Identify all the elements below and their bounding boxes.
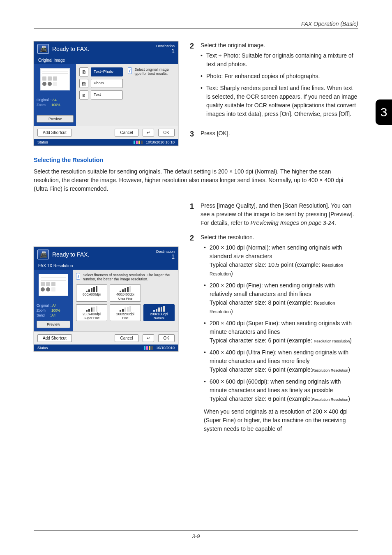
panel1-main: 🖹 Text+Photo 🖼 Photo 🗎 Text: [76, 64, 178, 126]
panel2-button-bar: Add Shortcut Cancel ↵ OK: [34, 331, 178, 345]
res-200x100-selected[interactable]: 200x100dpi Normal: [143, 304, 175, 321]
list-item: 600 × 600 dpi (600dpi): when sending ori…: [204, 377, 358, 403]
ok-button[interactable]: OK: [158, 334, 175, 342]
list-item: 400 × 400 dpi (Ultra Fine): when sending…: [204, 348, 358, 374]
panel2-meta: Original : A4 Zoom : 100% Send : A4: [37, 303, 70, 318]
preview-button[interactable]: Preview: [37, 115, 74, 123]
textphoto-icon: 🖹: [79, 67, 88, 76]
step-3: 3 Press [OK].: [190, 129, 358, 139]
header-rule: [34, 28, 358, 29]
destination-value: 1: [156, 254, 175, 259]
res-200x400[interactable]: 200x400dpi Super Fine: [76, 304, 107, 321]
step-2-resolution: 2 Select the resolution. 200 × 100 dpi (…: [190, 233, 358, 433]
panel1-title: Ready to FAX.: [52, 46, 89, 52]
status-label[interactable]: Status: [37, 346, 48, 350]
panel2-status-bar: Status 10/10/2010: [34, 345, 178, 351]
list-item: 200 × 200 dpi (Fine): when sending origi…: [204, 281, 358, 316]
step2-res-text: Select the resolution.: [201, 233, 358, 242]
panel1-tab: Original Image: [34, 56, 178, 64]
text-icon: 🗎: [79, 90, 88, 99]
list-item: Text: Sharply renders pencil text and fi…: [201, 84, 358, 118]
panel1-meta: Original : A4 Zoom : 100%: [37, 98, 74, 113]
add-shortcut-button[interactable]: Add Shortcut: [37, 129, 72, 136]
panel1-button-bar: Add Shortcut Cancel ↵ OK: [34, 126, 178, 139]
panel-original-image: 📠 Ready to FAX. Destination 1 Original I…: [34, 41, 178, 146]
res-600x600[interactable]: 600x600dpi: [76, 284, 107, 302]
enter-icon[interactable]: ↵: [143, 129, 154, 136]
status-datetime: 10/10/2010 10:10: [146, 140, 175, 144]
info-icon: i: [128, 67, 132, 74]
option-text[interactable]: Text: [91, 90, 123, 99]
panel2-hint: i Select fineness of scanning resolution…: [76, 273, 175, 281]
panel1-titlebar: 📠 Ready to FAX. Destination 1: [34, 42, 178, 56]
option-photo[interactable]: Photo: [91, 79, 123, 88]
step-1-resolution: 1 Press [Image Quality], and then [Scan …: [190, 201, 358, 227]
panel1-hint: i Select original image type for best re…: [128, 67, 175, 102]
resolution-grid: 600x600dpi 400x400dpi Ultra Fine: [76, 284, 175, 321]
empty-cell: [143, 284, 175, 302]
cancel-button[interactable]: Cancel: [115, 129, 138, 136]
preview-thumb: [39, 274, 68, 296]
panel2-preview-column: Original : A4 Zoom : 100% Send : A4 Prev…: [34, 270, 73, 331]
fax-icon: 📠: [37, 44, 49, 54]
list-item: 200 × 400 dpi (Super Fine): when sending…: [204, 319, 358, 345]
panel2-title: Ready to FAX.: [52, 251, 89, 258]
status-datetime: 10/10/2010: [156, 346, 175, 350]
cancel-button[interactable]: Cancel: [115, 334, 138, 342]
toner-icon: [144, 346, 153, 350]
destination-value: 1: [156, 48, 175, 54]
panel2-titlebar: 📠 Ready to FAX. Destination 1: [34, 247, 178, 262]
fax-icon: 📠: [37, 250, 49, 259]
page-number: 3-9: [34, 533, 358, 539]
step1-reference-link[interactable]: Previewing Images on page 3-24: [250, 220, 334, 226]
subheading-selecting-resolution: Selecting the Resolution: [34, 157, 358, 163]
image-type-list: Text + Photo: Suitable for originals con…: [201, 51, 358, 118]
resolution-list: 200 × 100 dpi (Normal): when sending ori…: [204, 243, 358, 403]
intro-paragraph: Select the resolution suitable for sendi…: [34, 167, 358, 193]
page-root: FAX Operation (Basic) 3 📠 Ready to FAX. …: [0, 0, 392, 555]
panel1-preview-column: Original : A4 Zoom : 100% Preview: [34, 64, 76, 126]
res-200x200[interactable]: 200x200dpi Fine: [110, 304, 141, 321]
photo-icon: 🖼: [79, 79, 88, 88]
panel1-status-bar: Status 10/10/2010 10:10: [34, 139, 178, 146]
step2-text: Select the original image.: [201, 41, 358, 50]
enter-icon[interactable]: ↵: [143, 334, 154, 342]
list-item: Photo: For enhanced copies of photograph…: [201, 72, 358, 81]
option-text-photo[interactable]: Text+Photo: [91, 67, 123, 76]
list-item: Text + Photo: Suitable for originals con…: [201, 51, 358, 69]
list-item: 200 × 100 dpi (Normal): when sending ori…: [204, 243, 358, 278]
add-shortcut-button[interactable]: Add Shortcut: [37, 334, 72, 342]
header-section: FAX Operation (Basic): [34, 21, 358, 27]
res-400x400[interactable]: 400x400dpi Ultra Fine: [110, 284, 141, 302]
info-icon: i: [76, 273, 80, 280]
toner-icon: [134, 141, 143, 144]
page-footer: 3-9: [34, 530, 358, 539]
step3-text: Press [OK].: [201, 129, 358, 139]
preview-button[interactable]: Preview: [37, 321, 70, 328]
ok-button[interactable]: OK: [158, 129, 175, 136]
panel-fax-tx-resolution: 📠 Ready to FAX. Destination 1 FAX TX Res…: [34, 247, 178, 352]
resolution-note: When you send originals at a resolution …: [204, 407, 358, 433]
panel2-tab: FAX TX Resolution: [34, 262, 178, 270]
status-label[interactable]: Status: [37, 140, 48, 144]
chapter-tab: 3: [376, 99, 392, 125]
destination-counter: Destination 1: [156, 44, 175, 54]
destination-counter: Destination 1: [156, 250, 175, 259]
step-2: 2 Select the original image. Text + Phot…: [190, 41, 358, 122]
preview-thumb: [40, 68, 70, 90]
panel2-main: i Select fineness of scanning resolution…: [73, 270, 178, 331]
